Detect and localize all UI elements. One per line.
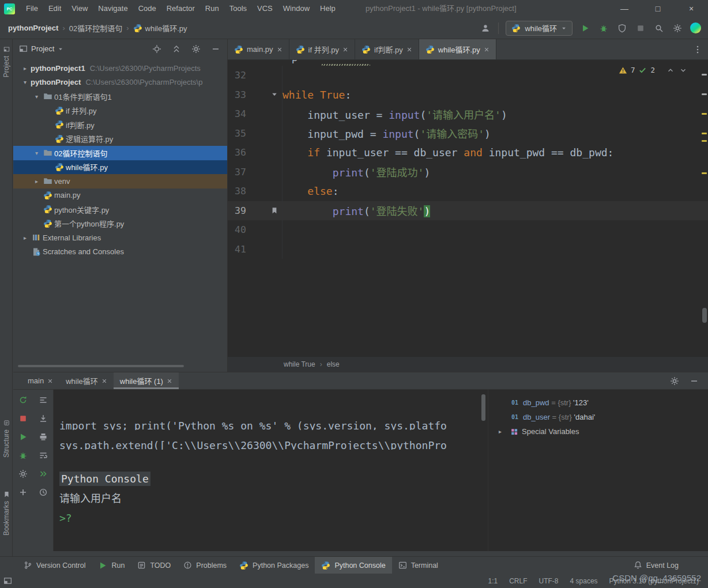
menu-refactor[interactable]: Refactor [161,0,200,17]
chevron-right-icon[interactable]: ▸ [499,428,507,435]
restore-layout-button[interactable] [37,394,49,406]
stripe-bookmarks-button[interactable]: Bookmarks [0,491,13,536]
project-options-button[interactable] [190,43,202,55]
next-problem-button[interactable] [679,66,687,74]
search-everywhere-button[interactable] [653,22,665,34]
variable-row[interactable]: 01db_pwd = {str} '123' [488,395,708,410]
rerun-button[interactable] [17,394,29,406]
toolwindow-python-packages[interactable]: Python Packages [233,557,315,574]
code-line[interactable]: 39 print('登陆失败') [228,201,708,221]
chevron-right-icon[interactable]: ▸ [20,235,30,241]
tree-item[interactable]: ▾pythonProjectC:\Users\26300\PycharmProj… [13,76,227,90]
run-configuration-select[interactable]: while循环 [506,21,573,36]
select-opened-file-button[interactable] [151,43,163,55]
status-item[interactable]: UTF-8 [539,577,559,585]
editor-options-button[interactable] [692,44,703,55]
tree-item[interactable]: while循环.py [13,160,227,175]
close-icon[interactable] [484,47,489,52]
tree-item[interactable]: main.py [13,189,227,203]
special-variables-row[interactable]: ▸Special Variables [488,424,708,439]
project-horizontal-scrollbar[interactable] [18,365,184,367]
project-panel-title[interactable]: Project [31,44,54,53]
tree-item[interactable]: 逻辑运算符.py [13,132,227,146]
console-tab[interactable]: main [21,372,59,389]
breadcrumb-item[interactable]: while循环.py [133,22,187,33]
tree-item[interactable]: ▸venv [13,174,227,189]
collapse-all-button[interactable] [171,43,182,55]
status-item[interactable]: 4 spaces [570,577,598,585]
user-menu-button[interactable] [480,22,491,34]
run-button[interactable] [17,431,29,443]
scroll-end-button[interactable] [37,413,49,424]
code-line[interactable]: 40 [228,220,708,240]
menu-navigate[interactable]: Navigate [93,0,133,17]
menu-file[interactable]: File [21,0,43,17]
chevron-down-icon[interactable]: ▾ [32,150,42,156]
close-icon[interactable] [277,47,283,52]
editor-tab[interactable]: if 并列.py [289,39,355,59]
stop-button[interactable] [17,413,29,424]
settings-button[interactable] [17,468,29,480]
stripe-mark[interactable] [702,140,707,142]
debug-button[interactable] [17,450,29,461]
tree-item[interactable]: ▾01条件判断语句1 [13,89,227,104]
tree-item[interactable]: 第一个python程序.py [13,217,227,231]
tree-item[interactable]: ▾02循环控制语句 [13,146,227,160]
stripe-mark[interactable] [702,93,707,95]
stripe-mark[interactable] [702,74,707,76]
stripe-mark[interactable] [702,113,707,115]
print-button[interactable] [37,431,49,443]
stripe-mark[interactable] [702,172,707,174]
coverage-button[interactable] [616,22,628,34]
editor-scrollbar-thumb[interactable] [702,308,707,323]
toolwindow-version-control[interactable]: Version Control [17,557,92,574]
chevron-down-icon[interactable]: ▾ [20,79,30,85]
tool-windows-toggle-icon[interactable] [3,576,12,585]
tree-item[interactable]: if判断.py [13,118,227,132]
close-icon[interactable] [101,378,107,384]
minimize-button[interactable]: — [608,0,641,17]
chevron-right-icon[interactable]: ▸ [20,65,30,71]
maximize-button[interactable]: □ [641,0,675,17]
code-line[interactable]: 37 print('登陆成功') [228,163,708,182]
fold-icon[interactable] [267,91,282,98]
editor-tab[interactable]: while循环.py [419,39,496,59]
tree-item[interactable]: if 并列.py [13,104,227,118]
settings-button[interactable] [672,22,683,34]
editor-tab[interactable]: main.py [228,39,289,59]
editor-breadcrumb-item[interactable]: while True [284,360,315,368]
close-button[interactable]: × [675,0,708,17]
execute-button[interactable] [37,468,49,480]
menu-code[interactable]: Code [133,0,161,17]
inspections-widget[interactable]: 7 2 [619,66,687,74]
status-item[interactable]: CRLF [509,577,527,585]
toolwindow-problems[interactable]: Problems [177,557,233,574]
chevron-right-icon[interactable]: ▸ [32,178,42,184]
menu-view[interactable]: View [66,0,93,17]
stripe-mark[interactable] [702,133,707,134]
menu-help[interactable]: Help [315,0,341,17]
close-icon[interactable] [47,378,53,384]
toolwindow-todo[interactable]: TODO [131,557,177,574]
debug-button[interactable] [598,22,609,34]
code-line[interactable]: 34 input_user = input('请输入用户名') [228,104,708,124]
menu-window[interactable]: Window [278,0,315,17]
breadcrumb-item[interactable]: pythonProject [8,24,58,32]
bookmark-icon[interactable] [267,206,282,214]
console-settings-button[interactable] [669,375,680,387]
error-stripe[interactable] [701,60,708,356]
run-button[interactable] [579,22,591,34]
stop-button[interactable] [635,22,646,34]
breadcrumb-item[interactable]: 02循环控制语句 [69,22,122,33]
prev-problem-button[interactable] [666,66,675,74]
tree-item[interactable]: python关键字.py [13,202,227,217]
stripe-project-button[interactable]: Project [0,46,13,77]
close-icon[interactable] [406,47,412,52]
toolwindow-terminal[interactable]: Terminal [392,557,445,574]
code-line[interactable]: 35 input_pwd = input('请输入密码') [228,124,708,144]
hide-panel-button[interactable] [210,43,221,55]
menu-edit[interactable]: Edit [43,0,66,17]
console-hide-button[interactable] [688,375,700,387]
tree-item[interactable]: Scratches and Consoles [13,245,227,259]
tree-item[interactable]: ▸External Libraries [13,231,227,245]
